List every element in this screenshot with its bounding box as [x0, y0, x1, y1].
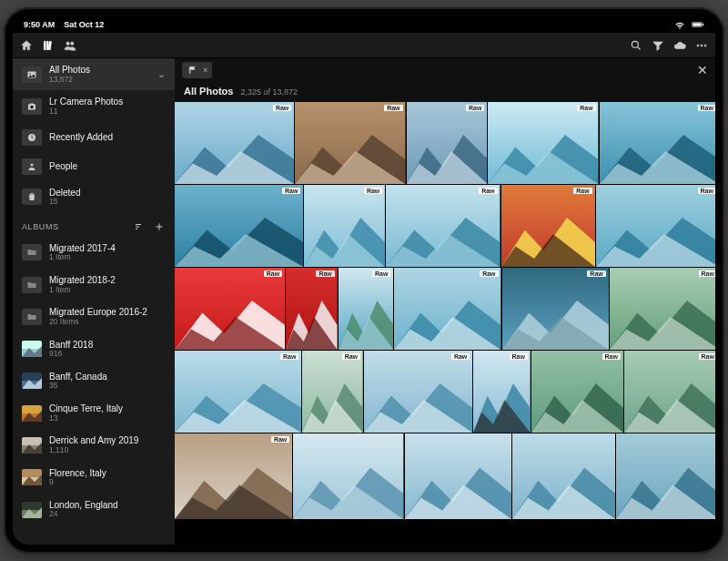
- photo-tile[interactable]: Raw: [175, 351, 301, 433]
- close-filters-icon[interactable]: ✕: [697, 63, 708, 77]
- albums-header: ALBUMS: [13, 213, 175, 237]
- more-icon[interactable]: [695, 39, 708, 52]
- photo-tile[interactable]: Raw: [501, 185, 595, 267]
- photo-tile[interactable]: Raw: [610, 268, 715, 350]
- sidebar-item-recently-added[interactable]: Recently Added: [13, 123, 175, 152]
- photo-tile[interactable]: Raw: [339, 268, 394, 350]
- topbar: [13, 33, 715, 58]
- svg-rect-1: [703, 24, 703, 26]
- statusbar-left: 9:50 AM Sat Oct 12: [24, 20, 104, 29]
- album-item[interactable]: Banff 2018916: [13, 333, 175, 365]
- add-icon[interactable]: [153, 220, 166, 233]
- filter-chip-flag[interactable]: ×: [182, 62, 212, 78]
- raw-badge: Raw: [316, 270, 334, 277]
- album-count: 1,110: [49, 446, 138, 455]
- sidebar-item-all-photos[interactable]: All Photos13,872⌄: [13, 58, 175, 90]
- album-thumb: [22, 437, 42, 454]
- photo-tile[interactable]: Raw: [175, 434, 292, 519]
- sidebar-item-label: All Photos: [49, 65, 90, 76]
- photo-tile[interactable]: Raw: [407, 102, 488, 184]
- grid-row: RawRawRawRawRawRaw: [175, 268, 715, 350]
- photo-tile[interactable]: Raw: [600, 102, 715, 184]
- sidebar: All Photos13,872⌄Lr Camera Photos11Recen…: [13, 58, 175, 545]
- photo-tile[interactable]: Raw: [596, 185, 715, 267]
- raw-badge: Raw: [280, 353, 298, 360]
- photo-tile[interactable]: Raw: [175, 268, 285, 350]
- album-thumb: [22, 469, 42, 485]
- album-count: 916: [49, 350, 93, 359]
- svg-point-5: [697, 44, 699, 46]
- cloud-icon[interactable]: [673, 39, 686, 52]
- album-label: Cinque Terre, Italy: [49, 403, 123, 414]
- grid-row: RawRawRawRawRawRaw: [175, 351, 715, 433]
- album-thumb: [22, 502, 42, 518]
- sidebar-item-people[interactable]: People: [13, 152, 175, 181]
- photo-tile[interactable]: Raw: [175, 102, 294, 184]
- raw-badge: Raw: [698, 105, 715, 111]
- raw-badge: Raw: [587, 270, 605, 277]
- statusbar-right: [673, 18, 704, 31]
- album-item[interactable]: Derrick and Amy 20191,110: [13, 429, 175, 461]
- album-count: 1 Item: [49, 253, 116, 262]
- album-item[interactable]: Banff, Canada35: [13, 365, 175, 397]
- svg-point-6: [701, 44, 703, 46]
- filter-icon[interactable]: [652, 39, 664, 52]
- photo-tile[interactable]: Raw: [386, 185, 500, 267]
- raw-badge: Raw: [602, 353, 621, 360]
- photo-tile[interactable]: [405, 434, 511, 519]
- album-item[interactable]: Migrated 2018-21 Item: [13, 269, 175, 301]
- folder-icon: [22, 277, 42, 293]
- album-label: Banff, Canada: [49, 372, 107, 382]
- raw-badge: Raw: [342, 353, 360, 360]
- photo-tile[interactable]: Raw: [304, 185, 385, 267]
- sidebar-item-lr-camera-photos[interactable]: Lr Camera Photos11: [13, 90, 175, 122]
- photo-tile[interactable]: [616, 434, 715, 519]
- album-item[interactable]: London, England24: [13, 494, 175, 525]
- photo-tile[interactable]: Raw: [624, 351, 715, 433]
- svg-point-3: [632, 41, 638, 47]
- album-item[interactable]: Cinque Terre, Italy13: [13, 397, 175, 429]
- album-count: 9: [49, 478, 106, 487]
- photo-tile[interactable]: Raw: [488, 102, 598, 184]
- raw-badge: Raw: [466, 105, 484, 111]
- filterbar: × ✕: [175, 58, 715, 82]
- ipad-frame: 9:50 AM Sat Oct 12: [4, 7, 724, 554]
- sidebar-item-count: 15: [49, 198, 80, 207]
- filter-chip-close[interactable]: ×: [203, 66, 207, 75]
- sidebar-item-label: Lr Camera Photos: [49, 97, 123, 107]
- svg-line-4: [638, 46, 641, 49]
- photo-tile[interactable]: Raw: [394, 268, 500, 350]
- raw-badge: Raw: [699, 353, 715, 360]
- home-icon[interactable]: [20, 39, 33, 52]
- image-icon: [22, 66, 42, 83]
- shared-icon[interactable]: [64, 39, 76, 52]
- raw-badge: Raw: [264, 270, 282, 277]
- main: × ✕ All Photos 2,325 of 13,872 RawRawRaw…: [175, 58, 715, 545]
- grid-row: Raw: [175, 434, 715, 519]
- sidebar-item-deleted[interactable]: Deleted15: [13, 181, 175, 213]
- photo-tile[interactable]: Raw: [286, 268, 338, 350]
- album-item[interactable]: Florence, Italy9: [13, 462, 175, 494]
- library-icon[interactable]: [42, 39, 55, 52]
- album-item[interactable]: Migrated Europe 2016-220 Items: [13, 301, 175, 332]
- photo-tile[interactable]: [512, 434, 615, 519]
- albums-label: ALBUMS: [22, 222, 59, 231]
- grid-count: 2,325 of 13,872: [240, 87, 298, 97]
- svg-point-10: [30, 106, 34, 109]
- album-item[interactable]: Migrated 2017-41 Item: [13, 237, 175, 269]
- grid-row: RawRawRawRawRaw: [175, 185, 715, 267]
- photo-tile[interactable]: Raw: [175, 185, 303, 267]
- sort-icon[interactable]: [133, 220, 146, 233]
- search-icon[interactable]: [630, 39, 642, 52]
- photo-tile[interactable]: Raw: [473, 351, 531, 433]
- sidebar-item-count: 11: [49, 107, 123, 117]
- photo-tile[interactable]: [293, 434, 403, 519]
- album-count: 20 Items: [49, 318, 147, 327]
- grid-row: RawRawRawRawRaw: [175, 102, 715, 184]
- photo-tile[interactable]: Raw: [364, 351, 472, 433]
- photo-tile[interactable]: Raw: [302, 351, 363, 433]
- photo-tile[interactable]: Raw: [295, 102, 405, 184]
- photo-tile[interactable]: Raw: [531, 351, 623, 433]
- flag-icon: [187, 64, 199, 76]
- photo-tile[interactable]: Raw: [502, 268, 609, 350]
